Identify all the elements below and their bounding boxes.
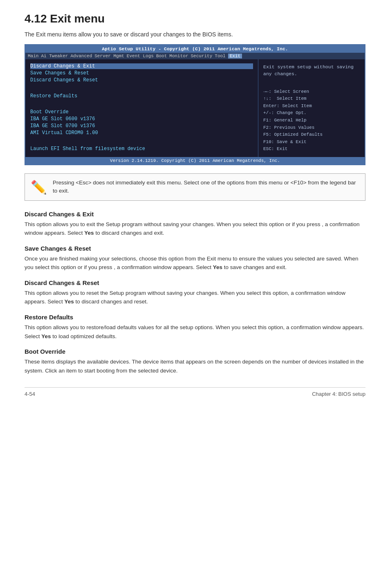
legend-select-item-arrow: ↑↓: Select Item (263, 95, 360, 103)
bios-body: Discard Changes & Exit Save Changes & Re… (25, 59, 365, 157)
legend-select-screen: →←: Select Screen (263, 88, 360, 96)
section-body-4: These items displays the available devic… (25, 357, 365, 375)
bios-footer: Version 2.14.1219. Copyright (C) 2011 Am… (25, 157, 365, 164)
page-footer: 4-54 Chapter 4: BIOS setup (25, 387, 365, 397)
nav-security[interactable]: Security (191, 54, 213, 58)
menu-launch-efi[interactable]: Launch EFI Shell from filesystem device (30, 146, 253, 152)
section-body-0: This option allows you to exit the Setup… (25, 220, 365, 238)
section-body-3: This option allows you to restore/load d… (25, 323, 365, 341)
nav-advanced[interactable]: Advanced (70, 54, 92, 58)
legend-f10: F10: Save & Exit (263, 139, 360, 146)
menu-iba-slot-0600[interactable]: IBA GE Slot 0600 v1376 (30, 116, 253, 122)
bios-legend: →←: Select Screen ↑↓: Select Item Enter:… (263, 88, 360, 153)
menu-iba-slot-0700[interactable]: IBA GE Slot 0700 v1376 (30, 123, 253, 129)
section-heading-2: Discard Changes & Reset (25, 279, 365, 286)
nav-monitor[interactable]: Monitor (169, 54, 188, 58)
footer-chapter: Chapter 4: BIOS setup (312, 391, 365, 397)
bios-header: Aptio Setup Utility - Copyright (C) 2011… (25, 45, 365, 53)
nav-server-mgmt[interactable]: Server Mgmt (94, 54, 124, 58)
menu-section-separator2 (30, 102, 253, 108)
menu-section-separator1 (30, 86, 253, 92)
menu-boot-override-label: Boot Override (30, 109, 253, 115)
legend-enter-select: Enter: Select Item (263, 103, 360, 110)
nav-event-logs[interactable]: Event Logs (127, 54, 154, 58)
menu-save-reset[interactable]: Save Changes & Reset (30, 70, 253, 76)
section-heading-3: Restore Defaults (25, 314, 365, 321)
nav-ai-tweaker[interactable]: Ai Tweaker (41, 54, 68, 58)
section-body-1: Once you are finished making your select… (25, 254, 365, 272)
bios-menu-right: Exit system setup without saving any cha… (258, 59, 365, 157)
legend-f2: F2: Previous Values (263, 124, 360, 132)
note-text: Pressing <Esc> does not immediately exit… (53, 179, 359, 195)
sections-container: Discard Changes & ExitThis option allows… (25, 211, 365, 375)
bios-help-text: Exit system setup without saving any cha… (263, 63, 360, 78)
section-heading-1: Save Changes & Reset (25, 245, 365, 252)
note-box: ✏️ Pressing <Esc> does not immediately e… (25, 173, 365, 201)
nav-main[interactable]: Main (28, 54, 38, 58)
menu-restore-defaults[interactable]: Restore Defaults (30, 93, 253, 99)
footer-page-num: 4-54 (25, 391, 35, 397)
page-title: 4.12 Exit menu (25, 12, 365, 25)
legend-f5: F5: Optimized Defaults (263, 131, 360, 139)
menu-discard-exit[interactable]: Discard Changes & Exit (30, 63, 253, 69)
legend-change-opt: +/-: Change Opt. (263, 110, 360, 117)
bios-terminal: Aptio Setup Utility - Copyright (C) 2011… (25, 44, 365, 165)
nav-boot[interactable]: Boot (156, 54, 167, 58)
bios-nav: Main Ai Tweaker Advanced Server Mgmt Eve… (25, 53, 365, 59)
menu-ami-cdrom[interactable]: AMI Virtual CDROM0 1.00 (30, 130, 253, 136)
legend-f1: F1: General Help (263, 117, 360, 124)
section-body-2: This option allows you to reset the Setu… (25, 289, 365, 306)
section-heading-0: Discard Changes & Exit (25, 211, 365, 218)
intro-text: The Exit menu items allow you to save or… (25, 31, 365, 38)
legend-esc: ESC: Exit (263, 146, 360, 153)
note-icon: ✏️ (31, 180, 47, 195)
menu-section-separator3 (30, 139, 253, 145)
nav-tool[interactable]: Tool (215, 54, 225, 58)
menu-discard-reset[interactable]: Discard Changes & Reset (30, 77, 253, 83)
section-heading-4: Boot Override (25, 348, 365, 355)
bios-menu-left: Discard Changes & Exit Save Changes & Re… (25, 59, 258, 157)
nav-exit[interactable]: Exit (228, 54, 242, 58)
